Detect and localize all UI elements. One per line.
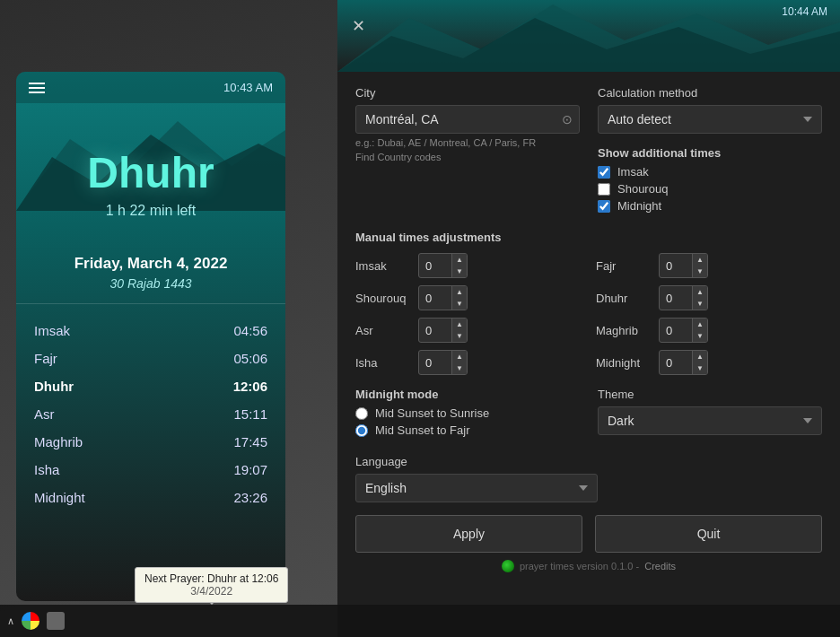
adj-increment-button[interactable]: ▲ (692, 318, 707, 330)
adj-input[interactable] (419, 324, 451, 337)
midnight-col: Midnight mode Mid Sunset to Sunrise Mid … (355, 388, 580, 441)
close-button[interactable]: ✕ (352, 18, 365, 34)
midnight-radio-label: Mid Sunset to Sunrise (375, 406, 489, 420)
apply-button[interactable]: Apply (355, 515, 582, 553)
taskbar: ∧ (0, 605, 840, 637)
additional-time-row: Imsak (598, 165, 822, 179)
adj-increment-button[interactable]: ▲ (451, 254, 467, 266)
adj-spinner-buttons: ▲ ▼ (451, 318, 467, 342)
settings-content: City ⊙ e.g.: Dubai, AE / Montreal, CA / … (337, 72, 840, 637)
adj-decrement-button[interactable]: ▼ (451, 330, 467, 342)
additional-time-label: Shourouq (617, 182, 668, 196)
adj-spinner: ▲ ▼ (418, 350, 468, 375)
row-city-calc: City ⊙ e.g.: Dubai, AE / Montreal, CA / … (355, 86, 822, 216)
tooltip-line1: Next Prayer: Dhuhr at 12:06 (144, 572, 278, 585)
calc-method-select[interactable]: Auto detectMuslim World LeagueEgyptianKa… (598, 105, 822, 134)
additional-time-label: Midnight (617, 199, 661, 213)
prayer-row: Maghrib 17:45 (34, 428, 267, 456)
prayer-time-value: 12:06 (233, 379, 267, 394)
adj-input[interactable] (660, 292, 692, 305)
adj-label: Fajr (596, 259, 653, 273)
widget-header: 10:43 AM (16, 72, 285, 103)
adj-input[interactable] (419, 356, 451, 370)
prayer-row: Midnight 23:26 (34, 484, 267, 511)
calc-method-col: Calculation method Auto detectMuslim Wor… (598, 86, 822, 216)
midnight-radio[interactable] (355, 424, 368, 437)
additional-time-row: Midnight (598, 199, 822, 213)
prayer-row: Isha 19:07 (34, 456, 267, 484)
adj-spinner: ▲ ▼ (659, 350, 708, 375)
midnight-radio-row: Mid Sunset to Fajr (355, 423, 580, 437)
adj-input[interactable] (660, 324, 692, 337)
current-prayer-section: Dhuhr 1 h 22 min left (16, 103, 285, 219)
version-text: prayer times version 0.1.0 - (520, 561, 639, 572)
city-input[interactable] (355, 105, 580, 134)
additional-time-checkbox[interactable] (598, 200, 610, 213)
prayer-time-value: 15:11 (233, 406, 267, 422)
adj-increment-button[interactable]: ▲ (451, 318, 467, 330)
adj-input[interactable] (660, 259, 692, 273)
prayer-name-label: Midnight (34, 490, 85, 505)
date-section: Friday, March 4, 2022 30 Rajab 1443 (16, 255, 285, 304)
adj-increment-button[interactable]: ▲ (692, 351, 707, 362)
adj-decrement-button[interactable]: ▼ (692, 330, 707, 342)
adj-input[interactable] (419, 292, 451, 305)
adjustment-row: Dhuhr ▲ ▼ (596, 285, 822, 310)
adj-decrement-button[interactable]: ▼ (451, 298, 467, 310)
theme-label: Theme (598, 388, 822, 401)
adj-input[interactable] (419, 259, 451, 273)
adj-increment-button[interactable]: ▲ (451, 286, 467, 298)
adj-decrement-button[interactable]: ▼ (692, 266, 707, 277)
app-icon[interactable] (47, 612, 65, 630)
language-select[interactable]: EnglishArabicFrenchTurkishUrdu (355, 474, 598, 502)
desktop: 10:43 AM Dhuhr 1 h 22 min left Friday, M… (0, 0, 840, 637)
adjustment-row: Imsak ▲ ▼ (355, 253, 582, 278)
adj-label: Isha (355, 356, 413, 370)
browser-icon[interactable] (22, 612, 39, 630)
prayer-name-label: Fajr (34, 351, 57, 366)
prayer-time-value: 23:26 (233, 490, 267, 505)
midnight-radio-label: Mid Sunset to Fajr (375, 423, 470, 437)
adj-increment-button[interactable]: ▲ (451, 351, 467, 362)
adj-label: Imsak (355, 259, 413, 273)
adj-decrement-button[interactable]: ▼ (451, 266, 467, 277)
theme-select[interactable]: DarkLight (598, 406, 822, 435)
adjustment-row: Shourouq ▲ ▼ (355, 285, 582, 310)
additional-times-label: Show additional times (598, 146, 822, 160)
language-section: Language EnglishArabicFrenchTurkishUrdu (355, 455, 822, 502)
menu-icon[interactable] (29, 83, 45, 93)
city-hint1: e.g.: Dubai, AE / Montreal, CA / Paris, … (355, 137, 580, 148)
adj-input[interactable] (660, 356, 692, 370)
theme-select-wrapper: DarkLight (598, 406, 822, 435)
adj-increment-button[interactable]: ▲ (692, 254, 707, 266)
adj-decrement-button[interactable]: ▼ (451, 362, 467, 374)
prayer-name-label: Maghrib (34, 434, 83, 449)
midnight-radio[interactable] (355, 407, 368, 420)
prayer-row: Dhuhr 12:06 (34, 372, 267, 400)
manual-adj-label: Manual times adjustments (355, 231, 822, 244)
midnight-radio-row: Mid Sunset to Sunrise (355, 406, 580, 420)
prayer-row: Imsak 04:56 (34, 317, 267, 345)
language-label: Language (355, 455, 822, 468)
credits-link[interactable]: Credits (644, 561, 676, 572)
additional-time-checkbox[interactable] (598, 183, 610, 196)
city-col: City ⊙ e.g.: Dubai, AE / Montreal, CA / … (355, 86, 580, 216)
adj-decrement-button[interactable]: ▼ (692, 362, 707, 374)
button-row: Apply Quit (355, 515, 822, 553)
additional-time-label: Imsak (617, 165, 649, 179)
widget-panel: 10:43 AM Dhuhr 1 h 22 min left Friday, M… (16, 72, 285, 601)
adj-decrement-button[interactable]: ▼ (692, 298, 707, 310)
quit-button[interactable]: Quit (595, 515, 822, 553)
adj-spinner-buttons: ▲ ▼ (451, 286, 467, 310)
theme-col: Theme DarkLight (598, 388, 822, 441)
prayer-time-value: 05:06 (233, 351, 267, 366)
tray-chevron-icon[interactable]: ∧ (7, 615, 14, 627)
taskbar-tooltip: Next Prayer: Dhuhr at 12:06 3/4/2022 (135, 567, 288, 603)
additional-time-checkbox[interactable] (598, 166, 610, 179)
find-country-codes-link[interactable]: Find Country codes (355, 152, 441, 162)
adj-spinner-buttons: ▲ ▼ (692, 254, 707, 277)
tooltip-line2: 3/4/2022 (144, 585, 278, 598)
adj-increment-button[interactable]: ▲ (692, 286, 707, 298)
adj-spinner: ▲ ▼ (659, 253, 708, 278)
calc-method-label: Calculation method (598, 86, 822, 100)
